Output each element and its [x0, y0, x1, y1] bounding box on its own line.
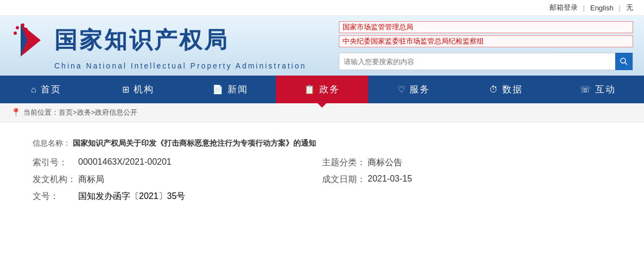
nav-home-label: 首页 — [41, 83, 61, 96]
info-title-row: 信息名称： 国家知识产权局关于印发《打击商标恶意抢注行为专项行动方案》的通知 — [33, 139, 611, 148]
svg-point-6 — [621, 58, 626, 63]
main-content: 信息名称： 国家知识产权局关于印发《打击商标恶意抢注行为专项行动方案》的通知 索… — [0, 122, 644, 219]
info-title-label: 信息名称： — [33, 139, 71, 147]
mailbox-link[interactable]: 邮箱登录 — [550, 3, 578, 13]
nav-gov[interactable]: 📋 政务 — [276, 76, 368, 103]
nav-news[interactable]: 📄 新闻 — [184, 76, 276, 103]
no-label[interactable]: 无 — [626, 3, 633, 13]
main-nav: ⌂ 首页 ⊞ 机构 📄 新闻 📋 政务 ♡ 服务 ⏱ 数据 ☏ 互动 — [0, 76, 644, 103]
nav-gov-label: 政务 — [319, 83, 340, 96]
logo-icon — [11, 21, 49, 59]
nav-org-label: 机构 — [134, 83, 154, 96]
nav-interact-label: 互动 — [595, 83, 616, 96]
date-value: 2021-03-15 — [368, 174, 412, 185]
info-rows: 索引号： 00001463X/2021-00201 主题分类： 商标公告 发文机… — [33, 157, 611, 202]
index-value: 00001463X/2021-00201 — [78, 157, 172, 169]
nav-org[interactable]: ⊞ 机构 — [92, 76, 184, 103]
doc-label: 文号： — [33, 191, 76, 202]
org-link-1[interactable]: 国家市场监管管理总局 — [339, 21, 633, 33]
doc-value: 国知发办函字〔2021〕35号 — [78, 191, 185, 202]
index-label: 索引号： — [33, 157, 76, 169]
separator1: | — [583, 4, 585, 12]
org-label: 发文机构： — [33, 174, 76, 185]
interact-icon: ☏ — [580, 84, 592, 95]
org-link-2[interactable]: 中央纪委国家监委驻市场监管总局纪检监察组 — [339, 35, 633, 47]
index-col: 索引号： 00001463X/2021-00201 — [33, 157, 322, 169]
org-icon: ⊞ — [122, 84, 130, 95]
svg-point-0 — [16, 26, 19, 29]
date-label: 成文日期： — [322, 174, 365, 185]
search-box — [339, 53, 633, 70]
subject-label: 主题分类： — [322, 157, 365, 169]
subject-value: 商标公告 — [368, 157, 402, 169]
org-col: 发文机构： 商标局 — [33, 174, 322, 185]
data-icon: ⏱ — [489, 85, 499, 95]
nav-data-label: 数据 — [502, 83, 523, 96]
separator2: | — [619, 4, 621, 12]
nav-service[interactable]: ♡ 服务 — [368, 76, 460, 103]
breadcrumb-text: 当前位置：首页>政务>政府信息公开 — [23, 108, 137, 117]
info-title-value: 国家知识产权局关于印发《打击商标恶意抢注行为专项行动方案》的通知 — [73, 139, 316, 147]
gov-icon: 📋 — [304, 84, 316, 95]
search-icon — [620, 57, 628, 66]
home-icon: ⌂ — [31, 85, 37, 95]
subject-col: 主题分类： 商标公告 — [322, 157, 611, 169]
info-row-2: 发文机构： 商标局 成文日期： 2021-03-15 — [33, 174, 611, 185]
service-icon: ♡ — [397, 84, 406, 95]
nav-home[interactable]: ⌂ 首页 — [0, 76, 92, 103]
nav-data[interactable]: ⏱ 数据 — [460, 76, 552, 103]
english-link[interactable]: English — [590, 4, 614, 12]
info-row-1: 索引号： 00001463X/2021-00201 主题分类： 商标公告 — [33, 157, 611, 169]
svg-point-3 — [14, 32, 17, 35]
org-value: 商标局 — [78, 174, 104, 185]
nav-news-label: 新闻 — [228, 83, 248, 96]
logo-text-cn: 国家知识产权局 — [54, 29, 229, 52]
nav-service-label: 服务 — [409, 83, 430, 96]
search-button[interactable] — [615, 53, 633, 70]
search-input[interactable] — [339, 58, 615, 66]
svg-line-7 — [625, 63, 627, 65]
nav-interact[interactable]: ☏ 互动 — [552, 76, 644, 103]
info-row-3: 文号： 国知发办函字〔2021〕35号 — [33, 191, 611, 202]
logo-text-en: China National Intellectual Property Adm… — [54, 61, 306, 70]
date-col: 成文日期： 2021-03-15 — [322, 174, 611, 185]
news-icon: 📄 — [212, 84, 224, 95]
logo-area: 国家知识产权局 China National Intellectual Prop… — [0, 16, 317, 76]
location-icon: 📍 — [11, 108, 21, 117]
